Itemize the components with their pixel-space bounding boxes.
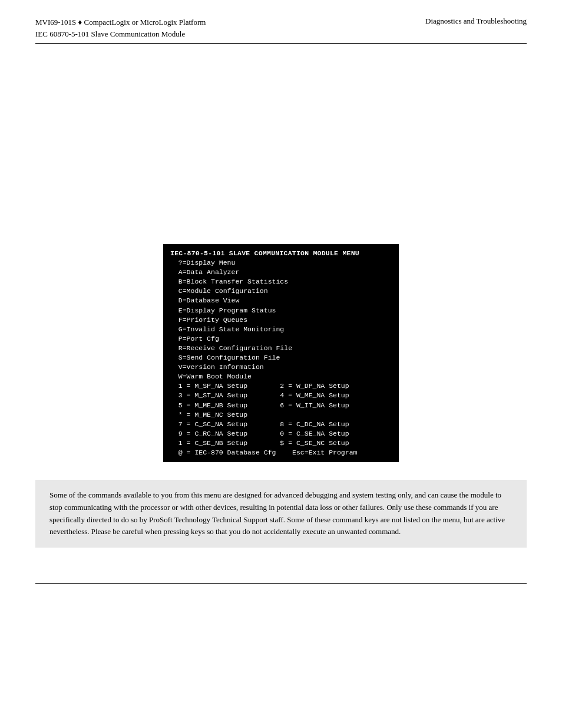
terminal-line-16: * = M_ME_NC Setup [170,410,392,420]
terminal-line-18: 9 = C_RC_NA Setup 0 = C_SE_NA Setup [170,429,392,439]
terminal-line-15: 5 = M_ME_NB Setup 6 = W_IT_NA Setup [170,401,392,410]
page-header: MVI69-101S ♦ CompactLogix or MicroLogix … [35,17,527,39]
terminal-line-4: D=Database View [170,296,392,305]
terminal-line-13: 1 = M_SP_NA Setup 2 = W_DP_NA Setup [170,381,392,391]
footer-divider [35,583,527,584]
terminal-line-6: F=Priority Queues [170,315,392,325]
page: MVI69-101S ♦ CompactLogix or MicroLogix … [0,0,562,728]
terminal-line-19: 1 = C_SE_NB Setup $ = C_SE_NC Setup [170,439,392,448]
header-module-name: IEC 60870-5-101 Slave Communication Modu… [35,28,206,40]
terminal-line-12: W=Warm Boot Module [170,372,392,381]
terminal-title: IEC-870-5-101 SLAVE COMMUNICATION MODULE… [170,249,392,258]
header-section-title: Diagnostics and Troubleshooting [425,17,527,26]
terminal-line-5: E=Display Program Status [170,306,392,315]
terminal-menu: IEC-870-5-101 SLAVE COMMUNICATION MODULE… [163,244,399,462]
terminal-line-7: G=Invalid State Monitoring [170,325,392,334]
warning-box: Some of the commands available to you fr… [35,480,527,548]
terminal-line-8: P=Port Cfg [170,334,392,344]
terminal-line-14: 3 = M_ST_NA Setup 4 = W_ME_NA Setup [170,391,392,400]
terminal-line-10: S=Send Configuration File [170,353,392,363]
content-area: IEC-870-5-101 SLAVE COMMUNICATION MODULE… [35,44,527,548]
terminal-line-3: C=Module Configuration [170,286,392,296]
terminal-line-17: 7 = C_SC_NA Setup 8 = C_DC_NA Setup [170,420,392,429]
terminal-line-9: R=Receive Configuration File [170,344,392,353]
terminal-line-2: B=Block Transfer Statistics [170,277,392,286]
terminal-line-20: @ = IEC-870 Database Cfg Esc=Exit Progra… [170,448,392,457]
terminal-line-11: V=Version Information [170,363,392,372]
terminal-line-0: ?=Display Menu [170,258,392,268]
terminal-line-1: A=Data Analyzer [170,268,392,277]
warning-text: Some of the commands available to you fr… [49,490,505,536]
header-left: MVI69-101S ♦ CompactLogix or MicroLogix … [35,17,206,39]
header-product-line: MVI69-101S ♦ CompactLogix or MicroLogix … [35,17,206,28]
terminal-content: IEC-870-5-101 SLAVE COMMUNICATION MODULE… [164,245,398,461]
